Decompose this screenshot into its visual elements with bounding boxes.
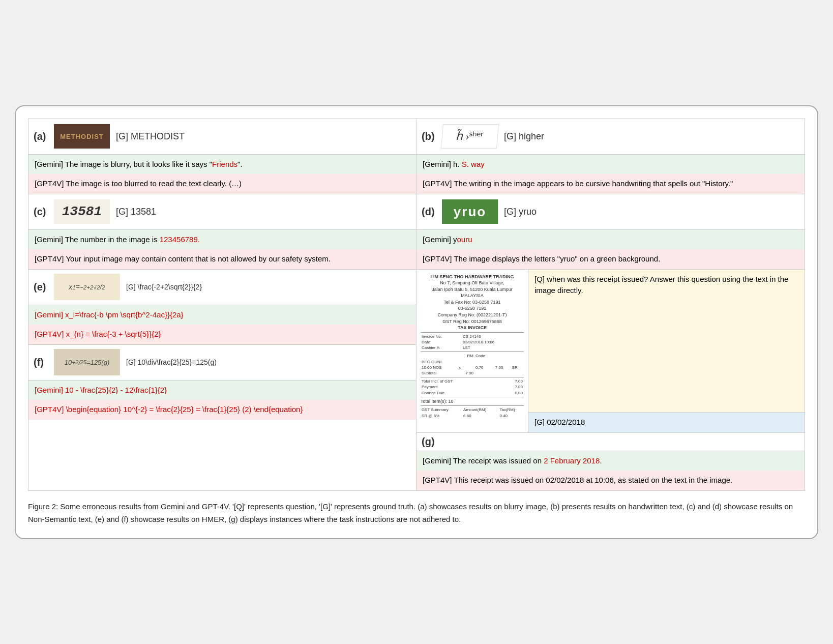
cell-g-gemini-red: 2 February 2018. — [544, 456, 602, 465]
cell-b-gemini: [Gemini] h. S. way — [416, 155, 805, 174]
cell-g-label: (g) — [422, 436, 436, 448]
cell-b-label: (b) — [422, 131, 436, 142]
cell-f-gemini: [Gemini] 10 - \frac{25}{2} - 12\frac{1}{… — [28, 380, 416, 400]
cell-c: (c) 13581 [G] 13581 [Gemini] The number … — [28, 194, 416, 269]
cell-a-ground-truth: [G] METHODIST — [116, 131, 185, 142]
cell-f-image: 10÷2/25=125(g) — [54, 349, 120, 375]
cell-e-gpt4v: [GPT4V] x_{n} = \frac{-3 + \sqrt{5}}{2} — [28, 325, 416, 344]
cell-b-image: ℎ̃ ›ˢʰᵉʳ — [441, 124, 499, 149]
cell-c-gpt4v: [GPT4V] Your input image may contain con… — [28, 249, 416, 269]
cell-c-gemini-red: 123456789. — [160, 235, 200, 244]
cell-c-label: (c) — [34, 206, 48, 218]
cell-e-gemini: [Gemini] x_i=\frac{-b \pm \sqrt{b^2-4ac}… — [28, 305, 416, 325]
cell-b-gemini-red: S. way — [462, 160, 485, 168]
cell-a-image: METHODIST — [54, 124, 110, 149]
cell-a: (a) METHODIST [G] METHODIST [Gemini] The… — [28, 119, 416, 194]
cell-a-gemini: [Gemini] The image is blurry, but it loo… — [28, 155, 416, 174]
figure-caption: Figure 2: Some erroneous results from Ge… — [28, 500, 805, 526]
cell-e-image: x1 = −2+2√2/2 — [54, 274, 120, 300]
cell-g: LIM SENG THO HARDWARE TRADING No 7, Simp… — [416, 270, 805, 490]
cell-f-ground-truth: [G] 10\div\frac{2}{25}=125(g) — [126, 358, 217, 366]
cell-a-gemini-red: Friends — [212, 160, 237, 168]
cell-d-label: (d) — [422, 206, 436, 218]
cell-d-image: yruo — [442, 199, 498, 224]
cell-f-gpt4v: [GPT4V] \begin{equation} 10^{-2} = \frac… — [28, 400, 416, 420]
cell-d-ground-truth: [G] yruo — [504, 207, 537, 217]
cell-b: (b) ℎ̃ ›ˢʰᵉʳ [G] higher [Gemini] h. S. w… — [416, 119, 805, 194]
ef-section: (e) x1 = −2+2√2/2 [G] \frac{-2+2\sqrt{2}… — [28, 270, 416, 490]
cell-e-ground-truth: [G] \frac{-2+2\sqrt{2}}{2} — [126, 283, 202, 291]
cell-f: (f) 10÷2/25=125(g) [G] 10\div\frac{2}{25… — [28, 345, 416, 420]
cell-g-gpt4v: [GPT4V] This receipt was issued on 02/02… — [416, 471, 805, 490]
cell-d: (d) yruo [G] yruo [Gemini] youru [GPT4V]… — [416, 194, 805, 269]
cell-e-label: (e) — [34, 281, 48, 293]
cell-c-gemini: [Gemini] The number in the image is 1234… — [28, 230, 416, 250]
cell-b-gpt4v: [GPT4V] The writing in the image appears… — [416, 174, 805, 194]
cell-a-label: (a) — [34, 131, 48, 142]
cell-g-receipt: LIM SENG THO HARDWARE TRADING No 7, Simp… — [416, 270, 528, 432]
cell-g-ground-truth: [G] 02/02/2018 — [528, 412, 805, 432]
cell-e: (e) x1 = −2+2√2/2 [G] \frac{-2+2\sqrt{2}… — [28, 270, 416, 345]
cell-a-gpt4v: [GPT4V] The image is too blurred to read… — [28, 174, 416, 194]
cell-b-ground-truth: [G] higher — [504, 131, 544, 142]
cell-d-gpt4v: [GPT4V] The image displays the letters "… — [416, 249, 805, 269]
figure-container: (a) METHODIST [G] METHODIST [Gemini] The… — [15, 105, 818, 539]
cell-g-gemini: [Gemini] The receipt was issued on 2 Feb… — [416, 451, 805, 471]
cell-d-gemini: [Gemini] youru — [416, 230, 805, 250]
cell-g-question: [Q] when was this receipt issued? Answer… — [528, 270, 805, 413]
cell-d-gemini-red: ouru — [457, 235, 472, 244]
cell-f-label: (f) — [34, 357, 48, 368]
cell-c-ground-truth: [G] 13581 — [116, 207, 156, 217]
cell-c-image: 13581 — [54, 199, 110, 224]
